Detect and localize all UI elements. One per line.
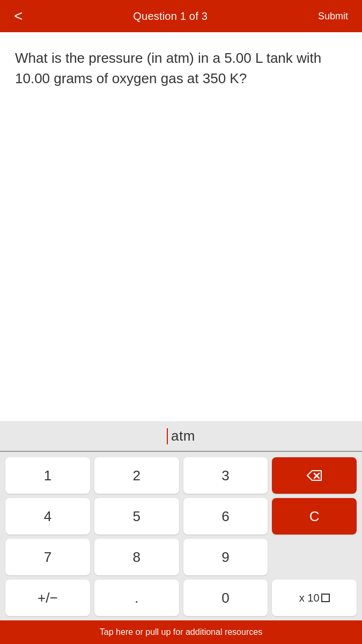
- empty-cell: [272, 539, 357, 575]
- key-x10[interactable]: x 10: [272, 580, 357, 616]
- input-field[interactable]: atm: [167, 428, 195, 444]
- keypad: 1 2 3 4 5 6 C 7 8 9 +/− . 0 x 10: [0, 453, 362, 620]
- key-6[interactable]: 6: [183, 498, 268, 535]
- key-1[interactable]: 1: [5, 457, 90, 494]
- header: < Question 1 of 3 Submit: [0, 0, 362, 32]
- key-0[interactable]: 0: [183, 580, 268, 616]
- bottom-bar[interactable]: Tap here or pull up for additional resou…: [0, 620, 362, 644]
- back-button[interactable]: <: [10, 6, 27, 26]
- key-plus-minus[interactable]: +/−: [5, 580, 90, 616]
- question-title: Question 1 of 3: [133, 10, 208, 23]
- key-clear[interactable]: C: [272, 498, 357, 535]
- key-9[interactable]: 9: [183, 539, 268, 575]
- calculator-area: atm 1 2 3 4 5 6 C 7 8 9 +/− . 0 x 10: [0, 421, 362, 644]
- key-7[interactable]: 7: [5, 539, 90, 575]
- x10-box: [321, 594, 330, 602]
- key-3[interactable]: 3: [183, 457, 268, 494]
- key-5[interactable]: 5: [94, 498, 179, 535]
- bottom-bar-text: Tap here or pull up for additional resou…: [100, 627, 262, 637]
- question-text: What is the pressure (in atm) in a 5.00 …: [15, 48, 347, 89]
- submit-button[interactable]: Submit: [314, 9, 352, 24]
- unit-label: atm: [171, 428, 195, 444]
- text-cursor: [167, 428, 168, 444]
- question-area: What is the pressure (in atm) in a 5.00 …: [0, 32, 362, 99]
- input-display-row: atm: [0, 421, 362, 452]
- key-decimal[interactable]: .: [94, 580, 179, 616]
- key-backspace[interactable]: [272, 457, 357, 494]
- key-2[interactable]: 2: [94, 457, 179, 494]
- x10-label: x 10: [299, 592, 320, 604]
- key-8[interactable]: 8: [94, 539, 179, 575]
- key-4[interactable]: 4: [5, 498, 90, 535]
